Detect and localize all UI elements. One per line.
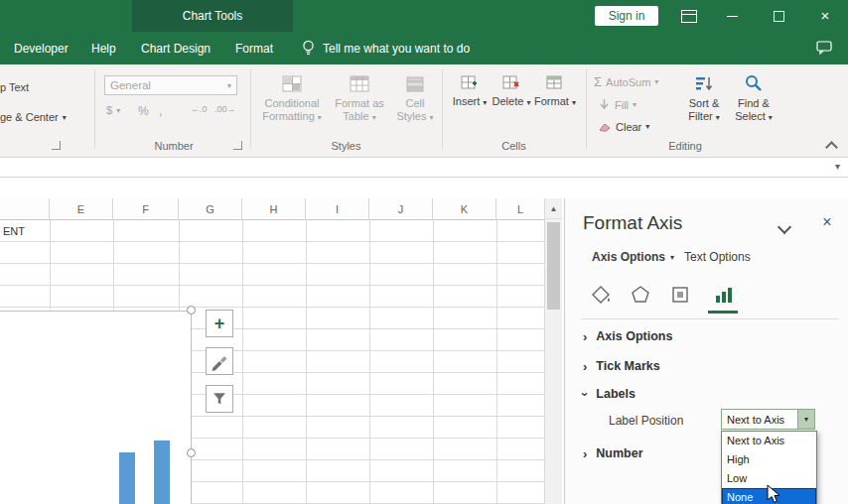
column-header[interactable]: L xyxy=(496,198,544,220)
comment-icon[interactable] xyxy=(816,41,832,55)
chart-tools-context-label: Chart Tools xyxy=(132,0,293,32)
tab-text-options[interactable]: Text Options xyxy=(684,250,751,264)
group-divider xyxy=(442,69,443,149)
column-header[interactable]: I xyxy=(306,198,369,220)
gridline xyxy=(433,220,434,504)
option-next-to-axis[interactable]: Next to Axis xyxy=(722,432,816,450)
button-label: Format xyxy=(534,95,569,107)
button-label: Delete xyxy=(493,95,524,107)
find-select-button[interactable]: Find & Select ▾ xyxy=(729,69,778,149)
chart-styles-button[interactable] xyxy=(206,347,233,375)
tab-axis-options[interactable]: Axis Options ▾ xyxy=(592,250,674,264)
chart-bars-icon xyxy=(712,283,736,307)
column-header[interactable]: H xyxy=(242,198,306,220)
label-position-dropdown[interactable]: Next to Axis ▾ xyxy=(721,409,815,430)
title-bar: Chart Tools Sign in × xyxy=(0,0,848,32)
column-header[interactable]: J xyxy=(369,198,433,220)
option-high[interactable]: High xyxy=(722,450,816,469)
chart-elements-button[interactable]: + xyxy=(206,310,233,337)
minimize-icon[interactable] xyxy=(727,16,738,17)
vertical-scrollbar[interactable]: ▲ xyxy=(544,198,562,504)
alignment-dialog-launcher[interactable] xyxy=(52,141,61,150)
merge-center-button[interactable]: ge & Center ▾ xyxy=(0,111,67,123)
chart-object[interactable] xyxy=(0,311,192,504)
cell-styles-icon xyxy=(404,73,426,95)
size-properties-category-button[interactable] xyxy=(666,282,694,308)
axis-options-category-button[interactable] xyxy=(710,282,738,308)
number-format-combobox[interactable]: General ▾ xyxy=(104,75,237,95)
sort-filter-button[interactable]: Sort & Filter ▾ xyxy=(681,69,727,149)
column-header[interactable]: F xyxy=(113,198,179,220)
column-header[interactable]: K xyxy=(433,198,496,220)
format-as-table-button[interactable]: Format as Table ▾ xyxy=(330,69,389,149)
conditional-formatting-button[interactable]: Conditional Formatting ▾ xyxy=(254,69,330,149)
group-divider xyxy=(250,69,251,149)
format-as-table-icon xyxy=(349,73,370,95)
increase-decimal-button[interactable]: ←.0 xyxy=(191,104,208,114)
insert-cells-button[interactable]: Insert ▾ xyxy=(449,69,491,149)
chevron-down-icon: ▾ xyxy=(670,253,674,262)
chevron-down-icon: ▾ xyxy=(716,113,720,122)
chart-bar[interactable] xyxy=(119,452,135,504)
percent-format-button[interactable]: % xyxy=(138,104,149,118)
fill-line-category-button[interactable] xyxy=(587,282,615,308)
tab-chart-design[interactable]: Chart Design xyxy=(137,32,214,64)
ribbon-display-options-icon[interactable] xyxy=(681,10,697,23)
chevron-down-icon[interactable]: ▾ xyxy=(797,410,814,429)
collapse-ribbon-icon[interactable] xyxy=(825,141,838,154)
maximize-icon[interactable] xyxy=(774,11,784,22)
size-properties-icon xyxy=(668,283,692,307)
format-axis-pane: Format Axis × Axis Options ▾ Text Option… xyxy=(564,198,848,504)
pane-collapse-icon[interactable] xyxy=(777,220,791,234)
eraser-icon xyxy=(598,120,612,133)
dollar-icon: $ xyxy=(106,104,112,116)
decrease-decimal-button[interactable]: .00→ xyxy=(214,104,236,114)
wrap-text-button[interactable]: p Text xyxy=(0,81,29,93)
plus-icon: + xyxy=(214,315,225,332)
format-cells-button[interactable]: Format ▾ xyxy=(532,69,578,149)
column-header[interactable]: E xyxy=(50,198,113,220)
button-label: Conditional Formatting xyxy=(262,97,319,122)
section-labels[interactable]: › Labels xyxy=(583,387,636,401)
sigma-icon: Σ xyxy=(594,74,602,89)
cells-group-label: Cells xyxy=(442,140,586,152)
expand-formula-bar-icon[interactable]: ▾ xyxy=(835,161,840,172)
gridline xyxy=(369,220,370,504)
tab-format[interactable]: Format xyxy=(231,32,277,64)
chart-bar[interactable] xyxy=(154,441,170,504)
chevron-down-icon: ▾ xyxy=(227,81,231,90)
effects-category-button[interactable] xyxy=(627,282,654,308)
cell-value[interactable]: ENT xyxy=(3,220,25,242)
scroll-up-icon[interactable]: ▲ xyxy=(545,198,562,219)
autosum-button[interactable]: Σ AutoSum ▾ xyxy=(594,74,658,89)
column-headers: E F G H I J K L xyxy=(0,198,544,220)
cell-styles-button[interactable]: Cell Styles ▾ xyxy=(391,69,439,149)
tab-developer[interactable]: Developer xyxy=(10,32,72,64)
format-cells-icon xyxy=(545,73,565,93)
column-header-partial[interactable] xyxy=(0,198,50,220)
chart-filters-button[interactable] xyxy=(206,385,233,413)
chart-resize-handle[interactable] xyxy=(187,306,196,315)
tab-help[interactable]: Help xyxy=(87,32,120,64)
sign-in-button[interactable]: Sign in xyxy=(595,6,658,26)
close-window-icon[interactable]: × xyxy=(817,6,833,26)
formula-bar[interactable]: ▾ xyxy=(0,157,848,178)
ribbon: p Text ge & Center ▾ General ▾ $ ▾ % , ←… xyxy=(0,64,848,158)
column-header[interactable]: G xyxy=(179,198,242,220)
delete-cells-button[interactable]: Delete ▾ xyxy=(491,69,532,149)
section-number[interactable]: › Number xyxy=(583,446,643,460)
section-axis-options[interactable]: › Axis Options xyxy=(583,329,672,343)
gridline xyxy=(242,220,243,504)
scrollbar-thumb[interactable] xyxy=(547,222,560,310)
paint-bucket-icon xyxy=(589,283,613,307)
clear-button[interactable]: Clear ▾ xyxy=(598,120,649,133)
currency-format-button[interactable]: $ ▾ xyxy=(106,104,120,116)
section-tick-marks[interactable]: › Tick Marks xyxy=(583,359,660,373)
chart-resize-handle[interactable] xyxy=(187,448,196,457)
fill-button[interactable]: Fill ▾ xyxy=(598,98,636,111)
pane-close-icon[interactable]: × xyxy=(817,212,837,232)
label-position-label: Label Position xyxy=(609,414,683,428)
pane-separator xyxy=(581,318,839,319)
comma-format-button[interactable]: , xyxy=(159,104,162,118)
tell-me-search[interactable]: Tell me what you want to do xyxy=(301,32,470,64)
